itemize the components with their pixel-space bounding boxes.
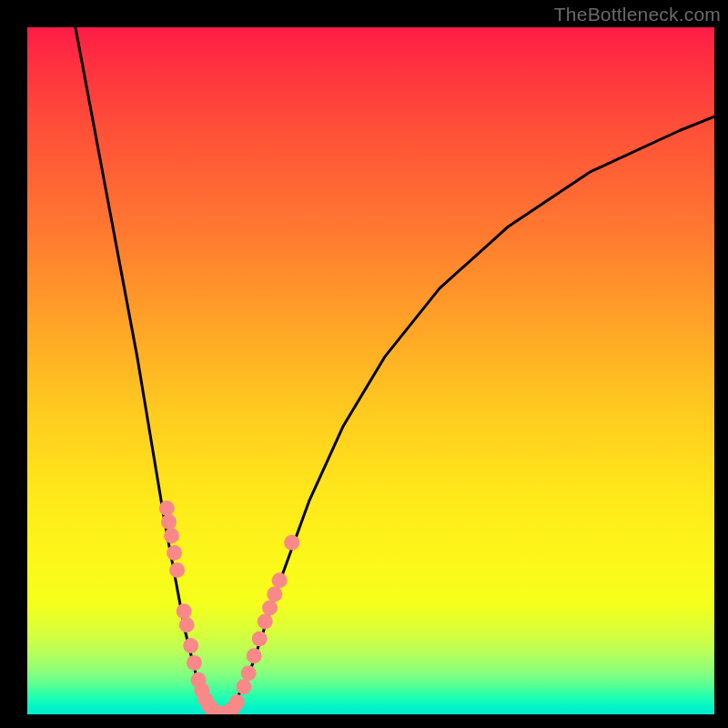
marker-dot	[262, 600, 278, 615]
series-right-curve	[219, 116, 714, 714]
marker-layer	[159, 500, 299, 714]
marker-dot	[247, 648, 262, 663]
chart-frame: TheBottleneck.com	[0, 0, 728, 728]
chart-plot-area	[27, 27, 714, 714]
watermark-text: TheBottleneck.com	[554, 4, 721, 25]
marker-dot	[179, 617, 195, 632]
marker-dot	[159, 500, 175, 516]
marker-dot	[187, 655, 202, 671]
marker-dot	[164, 528, 179, 543]
marker-dot	[177, 603, 192, 619]
series-left-curve	[76, 27, 220, 714]
marker-dot	[252, 631, 268, 646]
marker-dot	[258, 614, 273, 630]
marker-dot	[161, 514, 177, 530]
marker-dot	[167, 545, 182, 561]
marker-dot	[241, 665, 257, 681]
marker-dot	[229, 694, 245, 710]
marker-dot	[267, 586, 282, 602]
curve-layer	[76, 27, 714, 714]
marker-dot	[169, 562, 185, 578]
chart-svg	[27, 27, 714, 714]
marker-dot	[272, 572, 288, 588]
marker-dot	[236, 679, 251, 694]
marker-dot	[284, 535, 299, 551]
marker-dot	[183, 638, 198, 653]
